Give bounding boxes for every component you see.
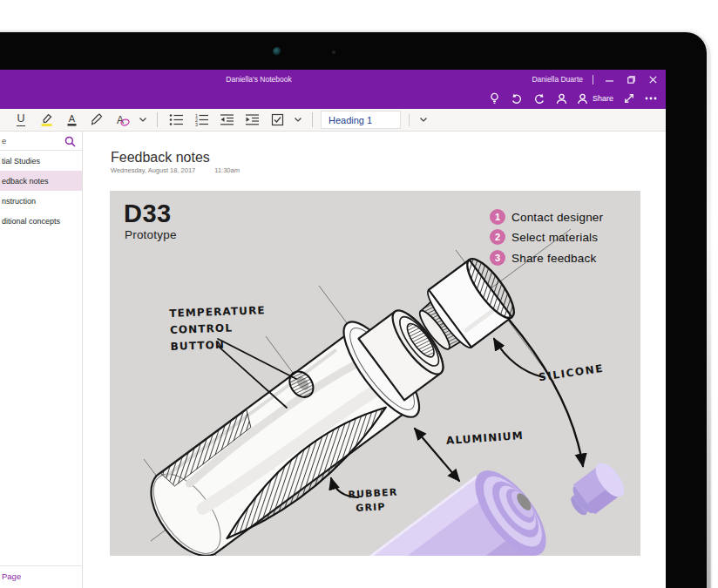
- add-page-button[interactable]: Page: [0, 565, 82, 581]
- people-icon: [556, 93, 567, 105]
- restore-button[interactable]: [625, 72, 637, 86]
- highlighter-button[interactable]: [36, 111, 57, 130]
- quick-actions: Share: [489, 89, 657, 108]
- fullscreen-button[interactable]: [624, 93, 634, 104]
- svg-text:A: A: [68, 113, 75, 124]
- page-time: 11:30am: [214, 166, 240, 174]
- ribbon-divider: [157, 112, 158, 127]
- numbered-list-icon: 123: [194, 113, 209, 126]
- outdent-button[interactable]: [216, 111, 237, 130]
- search-text-fragment: e: [2, 136, 6, 145]
- drawing-step: 3 Share feedback: [490, 250, 596, 266]
- more-button[interactable]: [645, 97, 657, 100]
- titlebar-divider: [593, 75, 593, 84]
- underline-icon: U: [17, 113, 24, 126]
- style-selector-value: Heading 1: [329, 115, 372, 125]
- minimize-icon: [606, 76, 613, 84]
- redo-icon: [533, 93, 545, 104]
- render-cap: [562, 458, 630, 524]
- page-list-item[interactable]: tial Studies: [0, 151, 82, 171]
- svg-text:A: A: [116, 114, 123, 126]
- indent-icon: [245, 113, 260, 126]
- pages-sidebar: e tial Studies edback notes nstruction d…: [0, 132, 83, 588]
- share-button[interactable]: Share: [578, 93, 613, 105]
- restore-icon: [627, 76, 635, 84]
- font-more-chevron-button[interactable]: [137, 111, 149, 130]
- highlighter-icon: [39, 112, 54, 127]
- indent-button[interactable]: [241, 111, 262, 130]
- step-label: Share feedback: [511, 252, 596, 265]
- titlebar-right-cluster: Daniella Duarte: [532, 70, 659, 89]
- annotation-temperature-button: TEMPERATURE CONTROL BUTTON: [169, 302, 267, 355]
- drawing-step: 1 Contact designer: [490, 209, 603, 225]
- step-number-badge: 2: [490, 229, 505, 245]
- style-chevron-button[interactable]: [417, 111, 430, 130]
- ribbon-divider: [312, 112, 313, 127]
- undo-button[interactable]: [511, 93, 523, 104]
- format-painter-button[interactable]: [86, 111, 107, 130]
- underline-button[interactable]: U: [10, 111, 31, 130]
- todo-tag-button[interactable]: [267, 111, 288, 130]
- page-timestamp: Wednesday, August 18, 201711:30am: [111, 166, 240, 174]
- bullet-list-button[interactable]: [166, 111, 186, 130]
- step-number-badge: 3: [490, 250, 505, 266]
- embedded-drawing[interactable]: D33 Prototype 1 Contact designer 2 Selec…: [110, 191, 640, 556]
- resize-diagonal-icon: [624, 93, 634, 104]
- close-icon: [649, 76, 657, 84]
- app-window: Daniella's Notebook Daniella Duarte: [0, 70, 666, 588]
- titlebar: Daniella's Notebook Daniella Duarte: [0, 70, 666, 109]
- search-box[interactable]: e: [0, 132, 82, 151]
- bullet-list-icon: [169, 113, 184, 126]
- drawing-heading: D33: [124, 199, 172, 228]
- window-title: Daniella's Notebook: [226, 75, 291, 84]
- page-content: Feedback notes Wednesday, August 18, 201…: [83, 132, 666, 588]
- paragraph-more-chevron-button[interactable]: [292, 111, 304, 130]
- close-button[interactable]: [647, 72, 659, 86]
- search-icon: [64, 135, 76, 151]
- svg-text:3: 3: [195, 122, 198, 126]
- annotation-rubber-grip: RUBBER GRIP: [348, 486, 398, 517]
- add-page-label: Page: [2, 571, 21, 581]
- page-list-item[interactable]: nstruction: [0, 191, 82, 211]
- drawing-subheading: Prototype: [125, 228, 177, 241]
- step-number-badge: 1: [490, 209, 505, 225]
- format-painter-icon: [90, 112, 105, 127]
- font-color-icon: A: [64, 112, 79, 127]
- more-icon: [645, 97, 657, 100]
- page-list-item-selected[interactable]: edback notes: [0, 171, 82, 191]
- styles-icon: A: [114, 112, 131, 127]
- account-name[interactable]: Daniella Duarte: [532, 75, 583, 84]
- redo-button[interactable]: [533, 93, 545, 104]
- share-label: Share: [593, 94, 613, 103]
- step-label: Contact designer: [511, 211, 603, 224]
- undo-icon: [511, 93, 523, 104]
- drawing-step: 2 Select materials: [490, 229, 598, 245]
- ribbon-toolbar: I U A A 123: [0, 109, 666, 132]
- lightbulb-button[interactable]: [489, 92, 500, 105]
- style-selector[interactable]: Heading 1: [321, 111, 401, 129]
- page-list-item[interactable]: ditional concepts: [0, 211, 82, 231]
- step-label: Select materials: [511, 231, 598, 244]
- webcam-icon: [273, 47, 281, 56]
- chevron-down-icon: [139, 118, 146, 122]
- share-person-icon: [578, 93, 589, 105]
- minimize-button[interactable]: [603, 72, 615, 86]
- page-title[interactable]: Feedback notes: [111, 150, 210, 166]
- ribbon-divider: [409, 114, 410, 126]
- styles-button[interactable]: A: [112, 111, 132, 130]
- font-color-button[interactable]: A: [61, 111, 82, 130]
- people-button[interactable]: [556, 93, 567, 105]
- main-area: e tial Studies edback notes nstruction d…: [0, 132, 666, 588]
- todo-checkbox-icon: [271, 113, 284, 126]
- lightbulb-icon: [489, 92, 500, 105]
- italic-button[interactable]: I: [0, 111, 6, 130]
- ambient-sensor-icon: [332, 51, 335, 54]
- outdent-icon: [220, 113, 234, 126]
- photo-canvas: Daniella's Notebook Daniella Duarte: [0, 0, 718, 588]
- numbered-list-button[interactable]: 123: [191, 111, 212, 130]
- page-date: Wednesday, August 18, 2017: [111, 166, 195, 174]
- chevron-down-icon: [295, 118, 301, 122]
- chevron-down-icon: [420, 118, 427, 122]
